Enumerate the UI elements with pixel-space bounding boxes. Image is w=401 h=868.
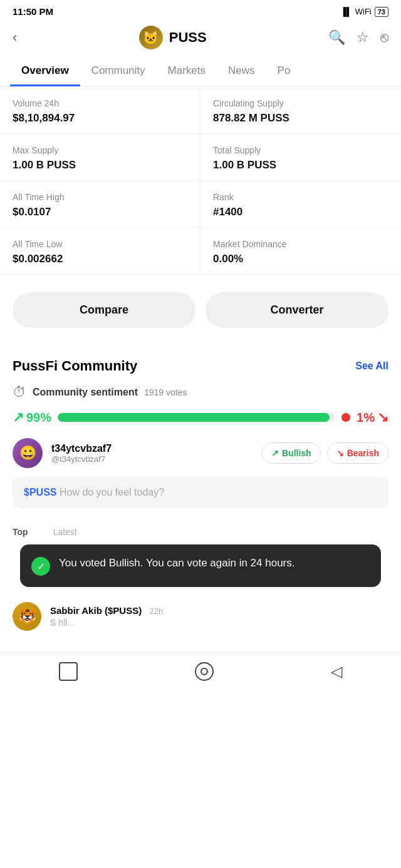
back-button[interactable]: ‹ [13, 29, 17, 46]
stat-rank: Rank #1400 [200, 181, 401, 228]
comment-ticker: $PUSS [24, 487, 56, 498]
community-post[interactable]: 🐯 Sabbir Akib ($PUSS) 22h S hll... [0, 593, 401, 640]
stat-total-supply: Total Supply 1.00 B PUSS [200, 134, 401, 181]
stat-volume24h: Volume 24h $8,10,894.97 [0, 87, 200, 134]
share-icon[interactable]: ⎋ [380, 29, 388, 46]
sentiment-row: ⏱ Community sentiment 1919 votes [13, 384, 388, 401]
top-nav: ‹ 🐱 PUSS 🔍 ☆ ⎋ [0, 21, 401, 57]
bullish-arrow-icon: ↗ [13, 409, 24, 426]
coin-name: PUSS [169, 29, 207, 46]
search-icon[interactable]: 🔍 [328, 29, 345, 46]
tab-community[interactable]: Community [80, 57, 157, 86]
bearish-dot [341, 413, 350, 422]
nav-title: 🐱 PUSS [139, 26, 207, 49]
status-time: 11:50 PM [13, 6, 53, 17]
stat-max-supply: Max Supply 1.00 B PUSS [0, 134, 200, 181]
stat-atl-value: $0.002662 [13, 253, 187, 265]
comment-input-area[interactable]: $PUSS How do you feel today? [13, 477, 388, 508]
bearish-vote-label: Bearish [347, 448, 379, 458]
stat-dominance: Market Dominance 0.00% [200, 228, 401, 275]
toast-message: You voted Bullish. You can vote again in… [59, 556, 295, 571]
bullish-vote-button[interactable]: ↗ Bullish [262, 442, 321, 464]
nav-home-button[interactable] [195, 662, 214, 681]
sentiment-bar-row: ↗ 99% 1% ↘ [13, 409, 388, 426]
see-all-link[interactable]: See All [355, 360, 388, 372]
vote-buttons: ↗ Bullish ↘ Bearish [262, 442, 388, 464]
user-avatar: 😀 [13, 438, 43, 468]
stat-rank-value: #1400 [213, 206, 388, 218]
tab-markets[interactable]: Markets [157, 57, 217, 86]
sentiment-votes: 1919 votes [144, 387, 187, 397]
bullish-pct-value: 99% [26, 411, 51, 425]
stat-total-value: 1.00 B PUSS [213, 159, 388, 171]
signal-icon: ▐▌ [340, 7, 352, 16]
action-buttons: Compare Converter [0, 275, 401, 345]
toast-check-icon: ✓ [31, 557, 50, 576]
community-title: PussFi Community [13, 358, 137, 374]
sentiment-bar [58, 413, 335, 422]
tab-overview[interactable]: Overview [10, 57, 80, 86]
user-info: t34ytcvbzaf7 @t34ytcvbzaf7 [51, 443, 253, 464]
post-time: 22h [150, 606, 164, 616]
bearish-percentage: 1% ↘ [357, 409, 388, 426]
post-info: Sabbir Akib ($PUSS) 22h S hll... [50, 605, 388, 628]
stat-volume-value: $8,10,894.97 [13, 112, 187, 125]
bearish-arrow-icon: ↘ [377, 409, 388, 426]
stat-circ-value: 878.82 M PUSS [213, 112, 388, 125]
battery-icon: 73 [375, 7, 388, 17]
tab-more[interactable]: Po [266, 57, 302, 86]
comment-placeholder: How do you feel today? [60, 487, 164, 498]
stat-dom-value: 0.00% [213, 253, 388, 265]
wifi-icon: WiFi [355, 7, 372, 16]
stat-max-value: 1.00 B PUSS [13, 159, 187, 171]
bullish-percentage: ↗ 99% [13, 409, 51, 426]
compare-button[interactable]: Compare [13, 292, 195, 328]
post-author: Sabbir Akib ($PUSS) [50, 605, 142, 616]
sentiment-fill [58, 413, 330, 422]
user-handle: @t34ytcvbzaf7 [51, 454, 253, 464]
bearish-vote-button[interactable]: ↘ Bearish [327, 442, 388, 464]
stat-ath: All Time High $0.0107 [0, 181, 200, 228]
post-avatar: 🐯 [13, 602, 41, 631]
coin-icon: 🐱 [139, 26, 163, 49]
community-section: PussFi Community See All ⏱ Community sen… [0, 345, 401, 523]
toast-notification: ✓ You voted Bullish. You can vote again … [20, 544, 381, 587]
nav-back-triangle[interactable]: ◁ [331, 663, 342, 680]
bullish-vote-icon: ↗ [271, 448, 279, 458]
bearish-vote-icon: ↘ [336, 448, 344, 458]
bullish-vote-label: Bullish [282, 448, 311, 458]
converter-button[interactable]: Converter [206, 292, 388, 328]
stat-dom-label: Market Dominance [213, 239, 388, 249]
sentiment-gauge-icon: ⏱ [13, 384, 26, 401]
post-content-preview: S hll... [50, 618, 388, 628]
stat-ath-value: $0.0107 [13, 206, 187, 218]
bearish-pct-value: 1% [357, 411, 375, 425]
stats-grid: Volume 24h $8,10,894.97 Circulating Supp… [0, 87, 401, 275]
stat-atl-label: All Time Low [13, 239, 187, 249]
user-name: t34ytcvbzaf7 [51, 443, 253, 454]
star-icon[interactable]: ☆ [357, 29, 369, 46]
stat-circ-label: Circulating Supply [213, 98, 388, 108]
status-icons: ▐▌ WiFi 73 [340, 7, 388, 17]
stat-volume-label: Volume 24h [13, 98, 187, 108]
stat-atl: All Time Low $0.002662 [0, 228, 200, 275]
nav-actions: 🔍 ☆ ⎋ [328, 29, 388, 46]
stat-max-label: Max Supply [13, 145, 187, 155]
community-header: PussFi Community See All [13, 358, 388, 374]
stat-total-label: Total Supply [213, 145, 388, 155]
latest-tab[interactable]: Latest [53, 527, 77, 537]
stat-ath-label: All Time High [13, 192, 187, 202]
tab-news[interactable]: News [217, 57, 266, 86]
sentiment-label: Community sentiment [33, 387, 138, 398]
stat-circulating-supply: Circulating Supply 878.82 M PUSS [200, 87, 401, 134]
top-tab[interactable]: Top [13, 527, 28, 537]
user-post-row: 😀 t34ytcvbzaf7 @t34ytcvbzaf7 ↗ Bullish ↘… [13, 438, 388, 468]
tabs-bar: Overview Community Markets News Po [0, 57, 401, 87]
status-bar: 11:50 PM ▐▌ WiFi 73 [0, 0, 401, 21]
stat-rank-label: Rank [213, 192, 388, 202]
nav-square-button[interactable] [59, 662, 78, 681]
